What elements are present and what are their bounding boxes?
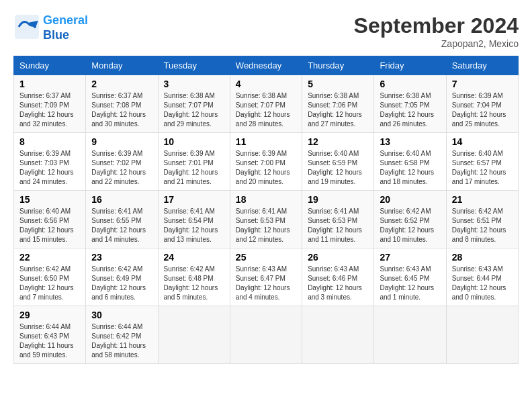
day-info: Sunrise: 6:42 AM Sunset: 6:52 PM Dayligh… bbox=[380, 207, 440, 244]
table-row: 9Sunrise: 6:39 AM Sunset: 7:02 PM Daylig… bbox=[86, 133, 158, 191]
day-number: 5 bbox=[308, 79, 368, 89]
calendar-week-row: 15Sunrise: 6:40 AM Sunset: 6:56 PM Dayli… bbox=[14, 191, 519, 248]
table-row: 12Sunrise: 6:40 AM Sunset: 6:59 PM Dayli… bbox=[302, 133, 374, 191]
day-info: Sunrise: 6:40 AM Sunset: 6:59 PM Dayligh… bbox=[308, 149, 368, 187]
table-row: 5Sunrise: 6:38 AM Sunset: 7:06 PM Daylig… bbox=[302, 75, 374, 133]
day-number: 13 bbox=[380, 136, 440, 147]
day-number: 8 bbox=[19, 136, 80, 147]
table-row: 29Sunrise: 6:44 AM Sunset: 6:43 PM Dayli… bbox=[14, 306, 86, 364]
table-row: 15Sunrise: 6:40 AM Sunset: 6:56 PM Dayli… bbox=[14, 191, 86, 248]
day-number: 2 bbox=[91, 79, 152, 89]
table-row: 6Sunrise: 6:38 AM Sunset: 7:05 PM Daylig… bbox=[374, 75, 446, 133]
day-info: Sunrise: 6:42 AM Sunset: 6:48 PM Dayligh… bbox=[164, 265, 224, 302]
header-sunday: Sunday bbox=[14, 56, 86, 75]
day-info: Sunrise: 6:39 AM Sunset: 7:00 PM Dayligh… bbox=[236, 149, 296, 187]
location: Zapopan2, Mexico bbox=[354, 38, 519, 49]
table-row: 26Sunrise: 6:43 AM Sunset: 6:46 PM Dayli… bbox=[302, 248, 374, 306]
day-info: Sunrise: 6:40 AM Sunset: 6:56 PM Dayligh… bbox=[19, 207, 80, 244]
table-row: 19Sunrise: 6:41 AM Sunset: 6:53 PM Dayli… bbox=[302, 191, 374, 248]
table-row: 4Sunrise: 6:38 AM Sunset: 7:07 PM Daylig… bbox=[230, 75, 302, 133]
month-title: September 2024 bbox=[354, 13, 519, 38]
header-thursday: Thursday bbox=[302, 56, 374, 75]
table-row bbox=[446, 306, 518, 364]
table-row: 21Sunrise: 6:42 AM Sunset: 6:51 PM Dayli… bbox=[446, 191, 518, 248]
day-number: 30 bbox=[91, 310, 152, 320]
table-row: 22Sunrise: 6:42 AM Sunset: 6:50 PM Dayli… bbox=[14, 248, 86, 306]
header-wednesday: Wednesday bbox=[230, 56, 302, 75]
calendar-week-row: 22Sunrise: 6:42 AM Sunset: 6:50 PM Dayli… bbox=[14, 248, 519, 306]
day-number: 22 bbox=[19, 252, 80, 263]
day-info: Sunrise: 6:44 AM Sunset: 6:42 PM Dayligh… bbox=[91, 322, 152, 360]
day-number: 20 bbox=[380, 194, 440, 205]
day-number: 6 bbox=[380, 79, 440, 89]
day-number: 24 bbox=[164, 252, 224, 263]
day-number: 27 bbox=[380, 252, 440, 263]
header-tuesday: Tuesday bbox=[158, 56, 230, 75]
table-row: 25Sunrise: 6:43 AM Sunset: 6:47 PM Dayli… bbox=[230, 248, 302, 306]
day-number: 29 bbox=[19, 310, 80, 320]
day-number: 17 bbox=[164, 194, 224, 205]
day-info: Sunrise: 6:43 AM Sunset: 6:45 PM Dayligh… bbox=[380, 265, 440, 302]
day-info: Sunrise: 6:41 AM Sunset: 6:53 PM Dayligh… bbox=[236, 207, 296, 244]
table-row: 13Sunrise: 6:40 AM Sunset: 6:58 PM Dayli… bbox=[374, 133, 446, 191]
day-info: Sunrise: 6:39 AM Sunset: 7:03 PM Dayligh… bbox=[19, 149, 80, 187]
table-row: 2Sunrise: 6:37 AM Sunset: 7:08 PM Daylig… bbox=[86, 75, 158, 133]
day-info: Sunrise: 6:37 AM Sunset: 7:08 PM Dayligh… bbox=[91, 91, 152, 129]
day-info: Sunrise: 6:42 AM Sunset: 6:49 PM Dayligh… bbox=[91, 265, 152, 302]
day-info: Sunrise: 6:37 AM Sunset: 7:09 PM Dayligh… bbox=[19, 91, 80, 129]
logo-text: General Blue bbox=[43, 13, 88, 42]
table-row: 17Sunrise: 6:41 AM Sunset: 6:54 PM Dayli… bbox=[158, 191, 230, 248]
table-row bbox=[230, 306, 302, 364]
day-number: 4 bbox=[236, 79, 296, 89]
header-friday: Friday bbox=[374, 56, 446, 75]
page-header: General Blue September 2024 Zapopan2, Me… bbox=[13, 13, 519, 49]
header-saturday: Saturday bbox=[446, 56, 518, 75]
day-number: 14 bbox=[452, 136, 513, 147]
table-row: 20Sunrise: 6:42 AM Sunset: 6:52 PM Dayli… bbox=[374, 191, 446, 248]
table-row: 30Sunrise: 6:44 AM Sunset: 6:42 PM Dayli… bbox=[86, 306, 158, 364]
day-info: Sunrise: 6:43 AM Sunset: 6:46 PM Dayligh… bbox=[308, 265, 368, 302]
day-number: 15 bbox=[19, 194, 80, 205]
table-row: 24Sunrise: 6:42 AM Sunset: 6:48 PM Dayli… bbox=[158, 248, 230, 306]
table-row: 16Sunrise: 6:41 AM Sunset: 6:55 PM Dayli… bbox=[86, 191, 158, 248]
table-row: 11Sunrise: 6:39 AM Sunset: 7:00 PM Dayli… bbox=[230, 133, 302, 191]
table-row: 1Sunrise: 6:37 AM Sunset: 7:09 PM Daylig… bbox=[14, 75, 86, 133]
table-row: 3Sunrise: 6:38 AM Sunset: 7:07 PM Daylig… bbox=[158, 75, 230, 133]
table-row: 8Sunrise: 6:39 AM Sunset: 7:03 PM Daylig… bbox=[14, 133, 86, 191]
day-number: 23 bbox=[91, 252, 152, 263]
day-info: Sunrise: 6:39 AM Sunset: 7:02 PM Dayligh… bbox=[91, 149, 152, 187]
day-info: Sunrise: 6:43 AM Sunset: 6:44 PM Dayligh… bbox=[452, 265, 513, 302]
table-row: 18Sunrise: 6:41 AM Sunset: 6:53 PM Dayli… bbox=[230, 191, 302, 248]
day-number: 28 bbox=[452, 252, 513, 263]
day-info: Sunrise: 6:38 AM Sunset: 7:05 PM Dayligh… bbox=[380, 91, 440, 129]
header-monday: Monday bbox=[86, 56, 158, 75]
day-number: 16 bbox=[91, 194, 152, 205]
day-number: 25 bbox=[236, 252, 296, 263]
day-info: Sunrise: 6:42 AM Sunset: 6:51 PM Dayligh… bbox=[452, 207, 513, 244]
table-row: 23Sunrise: 6:42 AM Sunset: 6:49 PM Dayli… bbox=[86, 248, 158, 306]
table-row bbox=[158, 306, 230, 364]
day-number: 12 bbox=[308, 136, 368, 147]
day-info: Sunrise: 6:40 AM Sunset: 6:58 PM Dayligh… bbox=[380, 149, 440, 187]
day-number: 11 bbox=[236, 136, 296, 147]
table-row bbox=[302, 306, 374, 364]
calendar-week-row: 8Sunrise: 6:39 AM Sunset: 7:03 PM Daylig… bbox=[14, 133, 519, 191]
day-info: Sunrise: 6:38 AM Sunset: 7:06 PM Dayligh… bbox=[308, 91, 368, 129]
day-info: Sunrise: 6:41 AM Sunset: 6:53 PM Dayligh… bbox=[308, 207, 368, 244]
day-number: 1 bbox=[19, 79, 80, 89]
calendar-week-row: 1Sunrise: 6:37 AM Sunset: 7:09 PM Daylig… bbox=[14, 75, 519, 133]
logo-icon bbox=[13, 13, 40, 40]
table-row: 27Sunrise: 6:43 AM Sunset: 6:45 PM Dayli… bbox=[374, 248, 446, 306]
day-info: Sunrise: 6:38 AM Sunset: 7:07 PM Dayligh… bbox=[236, 91, 296, 129]
calendar-table: Sunday Monday Tuesday Wednesday Thursday… bbox=[13, 56, 519, 364]
table-row: 10Sunrise: 6:39 AM Sunset: 7:01 PM Dayli… bbox=[158, 133, 230, 191]
title-section: September 2024 Zapopan2, Mexico bbox=[354, 13, 519, 49]
day-number: 26 bbox=[308, 252, 368, 263]
calendar-body: 1Sunrise: 6:37 AM Sunset: 7:09 PM Daylig… bbox=[14, 75, 519, 364]
day-info: Sunrise: 6:41 AM Sunset: 6:54 PM Dayligh… bbox=[164, 207, 224, 244]
day-info: Sunrise: 6:40 AM Sunset: 6:57 PM Dayligh… bbox=[452, 149, 513, 187]
logo: General Blue bbox=[13, 13, 88, 43]
day-number: 18 bbox=[236, 194, 296, 205]
calendar-header-row: Sunday Monday Tuesday Wednesday Thursday… bbox=[14, 56, 519, 75]
table-row: 28Sunrise: 6:43 AM Sunset: 6:44 PM Dayli… bbox=[446, 248, 518, 306]
